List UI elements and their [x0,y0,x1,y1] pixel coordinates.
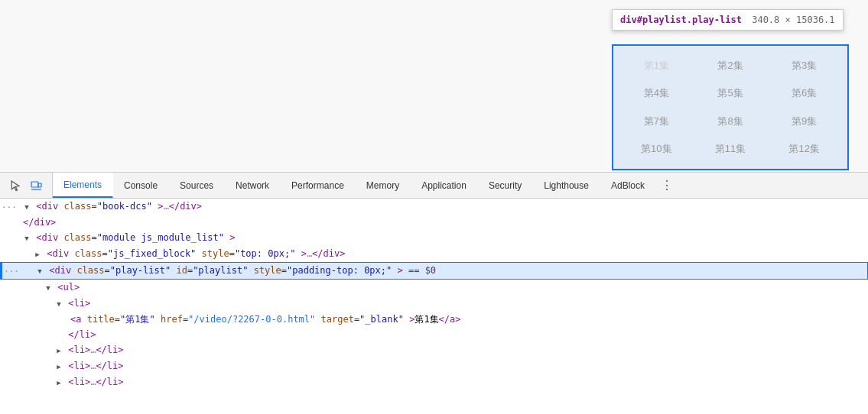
code-line-12: <li>…</li> [0,374,868,390]
devtools-toolbar: Elements Console Sources Network Perform… [0,172,868,199]
preview-cell-6: 第6集 [767,79,841,107]
preview-cell-8: 第8集 [694,108,768,135]
tab-memory[interactable]: Memory [356,173,411,198]
tab-application[interactable]: Application [411,173,478,198]
tab-console[interactable]: Console [113,173,169,198]
code-line-5[interactable]: ... <div class="play-list" id="playlist"… [0,262,868,280]
preview-cell-1: 第1集 [619,52,694,79]
preview-cell-5: 第5集 [694,79,768,107]
line5-dots: ... [4,263,19,277]
code-line-6: <ul> [0,280,868,296]
code-line-2: </div> [0,215,868,230]
tab-network[interactable]: Network [225,173,281,198]
tab-adblock[interactable]: AdBlock [600,173,656,198]
triangle-11[interactable] [55,359,63,374]
code-line-7: <li> [0,296,868,312]
svg-rect-1 [38,183,41,187]
tab-sources[interactable]: Sources [169,173,225,198]
toolbar-tabs: Elements Console Sources Network Perform… [53,173,656,198]
tab-performance[interactable]: Performance [281,173,356,198]
tooltip-element-name: div#playlist.play-list [620,15,742,25]
code-line-11: <li>…</li> [0,358,868,374]
preview-cell-2: 第2集 [694,52,768,79]
device-toggle-btn[interactable] [28,176,46,195]
code-line-1: ... <div class="book-dcs" >…</div> [0,199,868,215]
tab-security[interactable]: Security [478,173,533,198]
code-line-10: <li>…</li> [0,342,868,358]
elements-panel: ... <div class="book-dcs" >…</div> </div… [0,199,868,414]
triangle-1[interactable] [23,199,31,214]
inspector-icon-btn[interactable] [6,176,24,195]
preview-cell-10: 第10集 [619,135,694,163]
preview-area: div#playlist.play-list 340.8 × 15036.1 第… [0,0,868,172]
line-options-1: ... [2,199,17,212]
tooltip-element-size: 340.8 × 15036.1 [752,15,834,25]
tab-lighthouse[interactable]: Lighthouse [533,173,600,198]
code-line-8: <a title="第1集" href="/video/?2267-0-0.ht… [0,312,868,327]
preview-cell-11: 第11集 [694,135,768,163]
preview-grid: 第1集 第2集 第3集 第4集 第5集 第6集 第7集 第8集 第9集 第10集… [613,46,847,169]
element-tooltip: div#playlist.play-list 340.8 × 15036.1 [612,9,844,31]
tab-elements[interactable]: Elements [53,173,113,198]
more-tabs-btn[interactable]: ⋮ [656,173,678,198]
triangle-4[interactable] [34,247,41,261]
triangle-10[interactable] [55,343,63,357]
triangle-7[interactable] [55,296,63,311]
triangle-3[interactable] [23,231,31,245]
code-line-9: </li> [0,327,868,342]
triangle-5[interactable] [36,264,44,278]
preview-cell-7: 第7集 [619,108,694,135]
preview-cell-9: 第9集 [767,108,841,135]
triangle-12[interactable] [55,375,63,390]
toolbar-icon-group [0,173,53,198]
triangle-6[interactable] [44,280,52,295]
code-line-3: <div class="module js_module_list" > [0,230,868,246]
svg-rect-0 [31,182,38,187]
code-line-4: <div class="js_fixed_block" style="top: … [0,246,868,262]
preview-cell-12: 第12集 [767,135,841,163]
preview-highlight-box: 第1集 第2集 第3集 第4集 第5集 第6集 第7集 第8集 第9集 第10集… [612,44,849,170]
preview-cell-3: 第3集 [767,52,841,79]
preview-cell-4: 第4集 [619,79,694,107]
